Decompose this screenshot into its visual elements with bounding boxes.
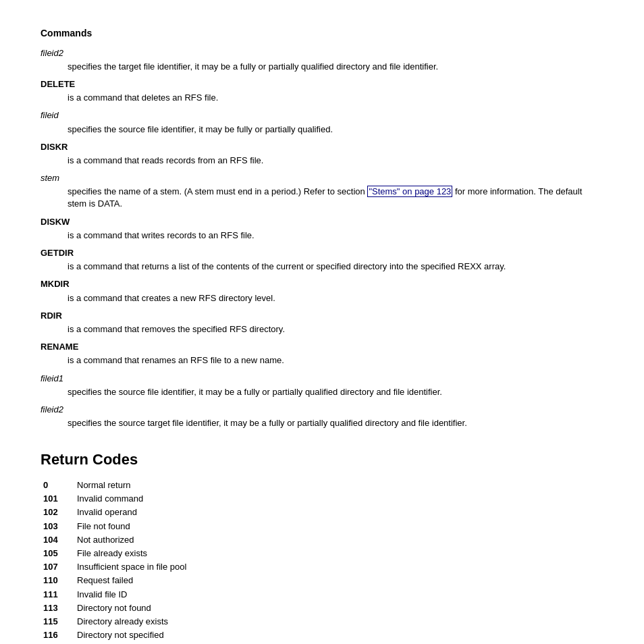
commands-heading: Commands bbox=[41, 27, 603, 41]
stem-def: specifies the name of a stem. (A stem mu… bbox=[68, 186, 603, 210]
fileid-term: fileid bbox=[41, 109, 603, 122]
rc-code: 110 bbox=[41, 574, 74, 587]
fileid1-def: specifies the source file identifier, it… bbox=[68, 386, 603, 398]
getdir-term: GETDIR bbox=[41, 247, 603, 259]
rc-code: 107 bbox=[41, 560, 74, 574]
rename-def: is a command that renames an RFS file to… bbox=[68, 354, 603, 367]
table-row: 115Directory already exists bbox=[41, 615, 603, 628]
table-row: 102Invalid operand bbox=[41, 506, 603, 519]
table-row: 113Directory not found bbox=[41, 601, 603, 615]
fileid-def: specifies the source file identifier, it… bbox=[68, 124, 603, 136]
rc-code: 101 bbox=[41, 492, 74, 506]
diskw-def: is a command that writes records to an R… bbox=[68, 230, 603, 242]
fileid2-def: specifies the target file identifier, it… bbox=[68, 61, 603, 73]
rc-desc: Insufficient space in file pool bbox=[74, 560, 603, 574]
stem-def-before: specifies the name of a stem. (A stem mu… bbox=[68, 186, 367, 196]
diskr-term: DISKR bbox=[41, 141, 603, 153]
delete-term: DELETE bbox=[41, 78, 603, 90]
commands-section: Commands fileid2 specifies the target fi… bbox=[41, 27, 603, 429]
rdir-def: is a command that removes the specified … bbox=[68, 323, 603, 336]
table-row: 110Request failed bbox=[41, 574, 603, 587]
page-content: Commands fileid2 specifies the target fi… bbox=[41, 27, 603, 644]
stem-term: stem bbox=[41, 172, 603, 184]
rc-code: 102 bbox=[41, 506, 74, 519]
table-row: 103File not found bbox=[41, 520, 603, 533]
fileid2b-def: specifies the source target file identif… bbox=[68, 417, 603, 429]
rc-desc: Request failed bbox=[74, 574, 603, 587]
rc-desc: Invalid file ID bbox=[74, 588, 603, 601]
delete-def: is a command that deletes an RFS file. bbox=[68, 92, 603, 104]
return-codes-table: 0Normal return101Invalid command102Inval… bbox=[41, 479, 603, 644]
mkdir-def: is a command that creates a new RFS dire… bbox=[68, 292, 603, 304]
rc-desc: Directory not found bbox=[74, 601, 603, 615]
rc-code: 0 bbox=[41, 479, 74, 492]
rc-desc: File already exists bbox=[74, 547, 603, 560]
rc-code: 104 bbox=[41, 533, 74, 547]
stems-link[interactable]: "Stems" on page 123 bbox=[367, 186, 452, 197]
diskw-term: DISKW bbox=[41, 216, 603, 228]
return-codes-heading: Return Codes bbox=[41, 450, 603, 471]
rc-code: 115 bbox=[41, 615, 74, 628]
table-row: 101Invalid command bbox=[41, 492, 603, 506]
return-codes-section: Return Codes 0Normal return101Invalid co… bbox=[41, 450, 603, 644]
table-row: 104Not authorized bbox=[41, 533, 603, 547]
rc-desc: Invalid operand bbox=[74, 506, 603, 519]
rc-desc: Not authorized bbox=[74, 533, 603, 547]
rc-desc: Normal return bbox=[74, 479, 603, 492]
mkdir-term: MKDIR bbox=[41, 278, 603, 290]
rc-code: 113 bbox=[41, 601, 74, 615]
rc-desc: Directory already exists bbox=[74, 615, 603, 628]
rc-desc: Directory not specified bbox=[74, 628, 603, 642]
table-row: 0Normal return bbox=[41, 479, 603, 492]
table-row: 111Invalid file ID bbox=[41, 588, 603, 601]
rdir-term: RDIR bbox=[41, 310, 603, 322]
fileid2-term: fileid2 bbox=[41, 47, 603, 59]
table-row: 105File already exists bbox=[41, 547, 603, 560]
getdir-def: is a command that returns a list of the … bbox=[68, 261, 603, 273]
diskr-def: is a command that reads records from an … bbox=[68, 155, 603, 167]
rc-code: 111 bbox=[41, 588, 74, 601]
table-row: 116Directory not specified bbox=[41, 628, 603, 642]
rc-desc: File not found bbox=[74, 520, 603, 533]
rc-desc: Invalid command bbox=[74, 492, 603, 506]
rename-term: RENAME bbox=[41, 341, 603, 353]
rc-code: 105 bbox=[41, 547, 74, 560]
rc-code: 103 bbox=[41, 520, 74, 533]
table-row: 107Insufficient space in file pool bbox=[41, 560, 603, 574]
fileid1-term: fileid1 bbox=[41, 373, 603, 385]
rc-code: 116 bbox=[41, 628, 74, 642]
fileid2b-term: fileid2 bbox=[41, 404, 603, 416]
